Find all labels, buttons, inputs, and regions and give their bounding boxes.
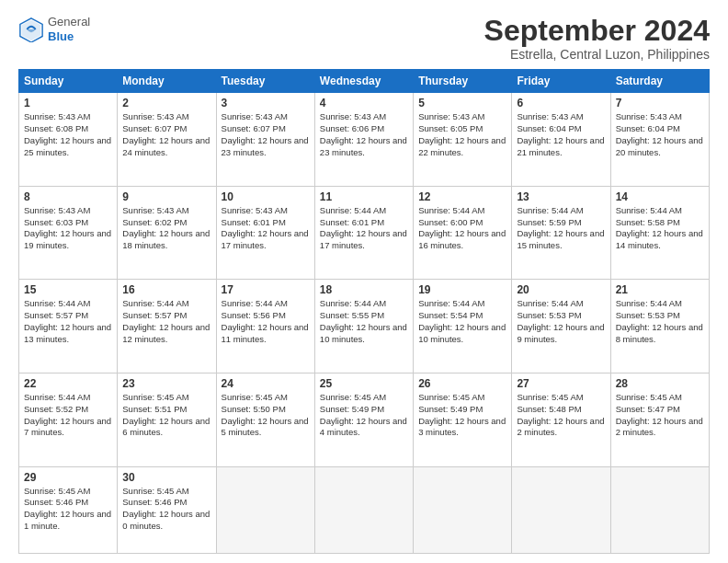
calendar-cell: 19 Sunrise: 5:44 AM Sunset: 5:54 PM Dayl… — [414, 280, 512, 373]
day-number: 30 — [122, 471, 210, 484]
location: Estrella, Central Luzon, Philippines — [484, 47, 710, 62]
day-number: 14 — [616, 190, 704, 203]
day-number: 7 — [616, 97, 704, 109]
day-number: 6 — [517, 97, 605, 109]
day-info: Sunrise: 5:45 AM Sunset: 5:48 PM Dayligh… — [517, 392, 605, 439]
day-info: Sunrise: 5:45 AM Sunset: 5:49 PM Dayligh… — [418, 392, 506, 439]
month-title: September 2024 — [484, 15, 710, 47]
calendar-cell: 20 Sunrise: 5:44 AM Sunset: 5:53 PM Dayl… — [512, 280, 610, 373]
day-info: Sunrise: 5:43 AM Sunset: 6:04 PM Dayligh… — [517, 111, 605, 158]
calendar-cell: 28 Sunrise: 5:45 AM Sunset: 5:47 PM Dayl… — [610, 373, 709, 466]
page-header: General Blue September 2024 Estrella, Ce… — [18, 15, 710, 62]
calendar-cell: 2 Sunrise: 5:43 AM Sunset: 6:07 PM Dayli… — [118, 93, 216, 187]
day-number: 23 — [122, 377, 210, 390]
calendar-cell — [314, 466, 413, 554]
calendar-cell: 1 Sunrise: 5:43 AM Sunset: 6:08 PM Dayli… — [19, 93, 118, 187]
calendar-day-header: Monday — [118, 70, 216, 93]
calendar-cell: 23 Sunrise: 5:45 AM Sunset: 5:51 PM Dayl… — [118, 373, 216, 466]
logo-text: General Blue — [48, 15, 90, 43]
day-number: 11 — [320, 190, 408, 203]
day-info: Sunrise: 5:44 AM Sunset: 5:57 PM Dayligh… — [24, 298, 112, 345]
calendar-cell: 17 Sunrise: 5:44 AM Sunset: 5:56 PM Dayl… — [216, 280, 314, 373]
calendar-cell: 11 Sunrise: 5:44 AM Sunset: 6:01 PM Dayl… — [314, 186, 413, 280]
day-number: 19 — [418, 283, 506, 296]
day-number: 3 — [222, 97, 310, 109]
day-info: Sunrise: 5:43 AM Sunset: 6:06 PM Dayligh… — [320, 111, 408, 158]
calendar-cell: 16 Sunrise: 5:44 AM Sunset: 5:57 PM Dayl… — [118, 280, 216, 373]
calendar-cell: 21 Sunrise: 5:44 AM Sunset: 5:53 PM Dayl… — [610, 280, 709, 373]
calendar-cell — [414, 466, 512, 554]
calendar-week-row: 1 Sunrise: 5:43 AM Sunset: 6:08 PM Dayli… — [19, 93, 710, 187]
day-number: 8 — [24, 190, 112, 203]
day-info: Sunrise: 5:44 AM Sunset: 5:56 PM Dayligh… — [222, 298, 310, 345]
calendar-cell: 26 Sunrise: 5:45 AM Sunset: 5:49 PM Dayl… — [414, 373, 512, 466]
day-number: 29 — [24, 471, 112, 484]
day-info: Sunrise: 5:43 AM Sunset: 6:03 PM Dayligh… — [24, 205, 112, 252]
day-info: Sunrise: 5:43 AM Sunset: 6:05 PM Dayligh… — [418, 111, 506, 158]
calendar-day-header: Friday — [512, 70, 610, 93]
calendar-cell: 10 Sunrise: 5:43 AM Sunset: 6:01 PM Dayl… — [216, 186, 314, 280]
day-number: 24 — [222, 377, 310, 390]
calendar-cell: 15 Sunrise: 5:44 AM Sunset: 5:57 PM Dayl… — [19, 280, 118, 373]
logo-general: General — [48, 15, 90, 29]
calendar-cell: 24 Sunrise: 5:45 AM Sunset: 5:50 PM Dayl… — [216, 373, 314, 466]
calendar-cell: 14 Sunrise: 5:44 AM Sunset: 5:58 PM Dayl… — [610, 186, 709, 280]
day-number: 15 — [24, 283, 112, 296]
calendar-day-header: Wednesday — [314, 70, 413, 93]
day-info: Sunrise: 5:44 AM Sunset: 5:54 PM Dayligh… — [418, 298, 506, 345]
calendar-week-row: 22 Sunrise: 5:44 AM Sunset: 5:52 PM Dayl… — [19, 373, 710, 466]
day-number: 16 — [122, 283, 210, 296]
calendar-week-row: 8 Sunrise: 5:43 AM Sunset: 6:03 PM Dayli… — [19, 186, 710, 280]
day-number: 28 — [616, 377, 704, 390]
calendar-day-header: Saturday — [610, 70, 709, 93]
calendar-cell: 13 Sunrise: 5:44 AM Sunset: 5:59 PM Dayl… — [512, 186, 610, 280]
day-info: Sunrise: 5:45 AM Sunset: 5:51 PM Dayligh… — [122, 392, 210, 439]
calendar-cell: 3 Sunrise: 5:43 AM Sunset: 6:07 PM Dayli… — [216, 93, 314, 187]
calendar-cell: 22 Sunrise: 5:44 AM Sunset: 5:52 PM Dayl… — [19, 373, 118, 466]
calendar-cell: 4 Sunrise: 5:43 AM Sunset: 6:06 PM Dayli… — [314, 93, 413, 187]
logo: General Blue — [18, 15, 90, 43]
day-info: Sunrise: 5:45 AM Sunset: 5:46 PM Dayligh… — [24, 486, 112, 533]
day-info: Sunrise: 5:43 AM Sunset: 6:08 PM Dayligh… — [24, 111, 112, 158]
day-number: 5 — [418, 97, 506, 109]
calendar-cell: 8 Sunrise: 5:43 AM Sunset: 6:03 PM Dayli… — [19, 186, 118, 280]
day-number: 13 — [517, 190, 605, 203]
day-info: Sunrise: 5:44 AM Sunset: 5:55 PM Dayligh… — [320, 298, 408, 345]
day-info: Sunrise: 5:44 AM Sunset: 5:53 PM Dayligh… — [616, 298, 704, 345]
day-number: 22 — [24, 377, 112, 390]
calendar-cell — [216, 466, 314, 554]
day-number: 25 — [320, 377, 408, 390]
calendar-cell: 30 Sunrise: 5:45 AM Sunset: 5:46 PM Dayl… — [118, 466, 216, 554]
logo-blue: Blue — [48, 29, 90, 44]
day-number: 26 — [418, 377, 506, 390]
day-number: 12 — [418, 190, 506, 203]
calendar-cell: 6 Sunrise: 5:43 AM Sunset: 6:04 PM Dayli… — [512, 93, 610, 187]
day-info: Sunrise: 5:44 AM Sunset: 5:57 PM Dayligh… — [122, 298, 210, 345]
day-number: 9 — [122, 190, 210, 203]
day-info: Sunrise: 5:44 AM Sunset: 5:53 PM Dayligh… — [517, 298, 605, 345]
day-info: Sunrise: 5:43 AM Sunset: 6:07 PM Dayligh… — [122, 111, 210, 158]
calendar-day-header: Thursday — [414, 70, 512, 93]
day-info: Sunrise: 5:43 AM Sunset: 6:01 PM Dayligh… — [222, 205, 310, 252]
calendar-cell: 5 Sunrise: 5:43 AM Sunset: 6:05 PM Dayli… — [414, 93, 512, 187]
day-info: Sunrise: 5:44 AM Sunset: 6:00 PM Dayligh… — [418, 205, 506, 252]
calendar-header-row: SundayMondayTuesdayWednesdayThursdayFrid… — [19, 70, 710, 93]
day-info: Sunrise: 5:44 AM Sunset: 5:52 PM Dayligh… — [24, 392, 112, 439]
day-info: Sunrise: 5:45 AM Sunset: 5:47 PM Dayligh… — [616, 392, 704, 439]
day-info: Sunrise: 5:44 AM Sunset: 6:01 PM Dayligh… — [320, 205, 408, 252]
day-number: 1 — [24, 97, 112, 109]
day-info: Sunrise: 5:43 AM Sunset: 6:04 PM Dayligh… — [616, 111, 704, 158]
calendar-day-header: Tuesday — [216, 70, 314, 93]
day-number: 21 — [616, 283, 704, 296]
day-info: Sunrise: 5:44 AM Sunset: 5:58 PM Dayligh… — [616, 205, 704, 252]
logo-icon — [18, 17, 44, 42]
calendar-cell: 27 Sunrise: 5:45 AM Sunset: 5:48 PM Dayl… — [512, 373, 610, 466]
day-number: 4 — [320, 97, 408, 109]
day-number: 18 — [320, 283, 408, 296]
calendar-day-header: Sunday — [19, 70, 118, 93]
calendar-table: SundayMondayTuesdayWednesdayThursdayFrid… — [18, 69, 710, 554]
day-number: 20 — [517, 283, 605, 296]
calendar-week-row: 15 Sunrise: 5:44 AM Sunset: 5:57 PM Dayl… — [19, 280, 710, 373]
calendar-cell — [610, 466, 709, 554]
day-info: Sunrise: 5:44 AM Sunset: 5:59 PM Dayligh… — [517, 205, 605, 252]
